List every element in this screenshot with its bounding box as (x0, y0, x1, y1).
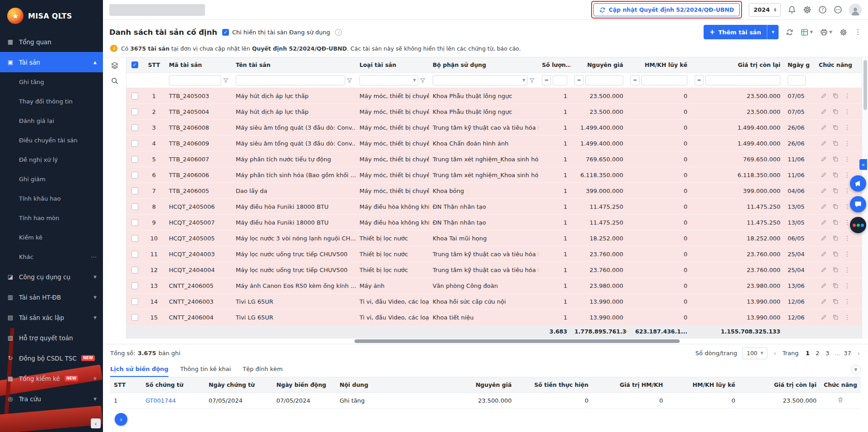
filter-input-qty[interactable] (553, 75, 567, 85)
edit-icon[interactable] (821, 282, 827, 289)
sidebar-item-overview[interactable]: ▦ Tổng quan (0, 32, 103, 52)
edit-icon[interactable] (821, 172, 827, 178)
sidebar-subitem[interactable]: Ghi giảm (0, 169, 103, 189)
sidebar-subitem[interactable]: Đánh giá lại (0, 111, 103, 131)
detail-row[interactable]: 1GT00174407/05/202407/05/2024Ghi tăng23.… (110, 393, 861, 409)
expand-panel-button[interactable]: › (115, 413, 127, 426)
row-more-icon[interactable]: ⋮ (844, 298, 850, 305)
sidebar-item-lookup[interactable]: ◎ Tra cứu ▼ (0, 389, 103, 409)
sidebar-item-tools[interactable]: ◪ Công cụ dụng cụ ▼ (0, 267, 103, 287)
show-in-use-checkbox[interactable]: ✓ Chỉ hiển thị tài sản Đang sử dụng (222, 29, 330, 36)
row-checkbox[interactable] (126, 124, 143, 131)
row-more-icon[interactable]: ⋮ (844, 93, 850, 99)
collapse-detail-button[interactable]: ▼ (851, 365, 861, 375)
filter-input-dep[interactable] (641, 75, 687, 85)
row-more-icon[interactable]: ⋮ (844, 235, 850, 241)
sidebar-item-inventory[interactable]: ▩ Tổng kiểm kê NEW ▼ (0, 368, 103, 389)
info-icon[interactable]: i (335, 29, 342, 36)
checkbox-checked-icon[interactable]: ✓ (222, 29, 229, 36)
sidebar-subitem[interactable]: Tính hao mòn (0, 208, 103, 228)
row-checkbox[interactable] (126, 108, 143, 115)
row-more-icon[interactable]: ⋮ (844, 282, 850, 289)
support-chat-button[interactable] (850, 196, 866, 212)
refresh-button[interactable] (786, 28, 793, 36)
sidebar-item-sync[interactable]: ↻ Đồng bộ CSDL TSC NEW (0, 348, 103, 368)
row-more-icon[interactable]: ⋮ (844, 124, 850, 131)
column-header-actions[interactable]: Chức năng (809, 61, 862, 68)
sidebar-subitem[interactable]: Ghi tăng (0, 72, 103, 92)
sidebar-collapse-button[interactable]: ‹ (91, 418, 101, 428)
row-more-icon[interactable]: ⋮ (844, 156, 850, 162)
row-checkbox[interactable] (126, 251, 143, 258)
table-horizontal-scrollbar[interactable] (103, 338, 868, 344)
filter-input-remain[interactable] (705, 75, 780, 85)
sidebar-item-assets[interactable]: ▣ Tài sản ▲ (0, 52, 103, 72)
edit-icon[interactable] (821, 267, 827, 273)
detail-column-header-amount[interactable]: Số tiền thực hiện (515, 381, 592, 388)
detail-column-header-stt[interactable]: STT (110, 381, 142, 388)
filter-funnel-icon[interactable] (529, 78, 535, 83)
duplicate-icon[interactable] (832, 298, 839, 305)
table-row[interactable]: 5TTB_2406007Máy phân tích nước tiểu tự đ… (126, 151, 862, 167)
row-checkbox[interactable] (126, 140, 143, 147)
column-header-remain[interactable]: Giá trị còn lại (691, 61, 784, 68)
filter-operator-dep[interactable]: = (630, 75, 639, 85)
table-row[interactable]: 8HCQT_2405006Máy điều hòa Funiki 18000 B… (126, 199, 862, 215)
edit-icon[interactable] (821, 124, 827, 131)
settings-icon[interactable] (803, 5, 812, 14)
filter-input-code[interactable] (169, 75, 221, 85)
edit-icon[interactable] (821, 156, 827, 162)
table-row[interactable]: 4TTB_2406009Máy siêu âm tổng quát (3 đầu… (126, 136, 862, 151)
year-select[interactable]: 2024 ▲▼ (749, 3, 781, 17)
filter-funnel-icon[interactable] (420, 78, 425, 83)
filter-select-type[interactable]: ▼ (359, 75, 418, 85)
document-link[interactable]: GT001744 (145, 397, 176, 404)
row-checkbox[interactable] (126, 172, 143, 178)
detail-column-header-dep_accum[interactable]: HM/KH lũy kế (667, 381, 739, 388)
edit-icon[interactable] (821, 93, 827, 99)
notifications-icon[interactable] (788, 5, 796, 14)
column-header-dept[interactable]: Bộ phận sử dụng (429, 61, 538, 68)
duplicate-icon[interactable] (832, 219, 839, 225)
duplicate-icon[interactable] (832, 251, 839, 257)
detail-column-header-content[interactable]: Nội dung (336, 381, 443, 388)
column-header-date[interactable]: Ngày g... (784, 61, 809, 68)
table-row[interactable]: 15CNTT_2406004Tivi LG 65URTi vi, đầu Vid… (126, 310, 862, 325)
side-panel-toggle-button[interactable]: « (859, 159, 867, 170)
search-icon[interactable] (111, 77, 119, 85)
filter-input-date[interactable] (788, 75, 806, 85)
sidebar-item-establish[interactable]: ▤ Tài sản xác lập ▼ (0, 307, 103, 328)
edit-icon[interactable] (821, 298, 827, 305)
export-excel-button[interactable]: ▼ (801, 28, 813, 36)
row-more-icon[interactable]: ⋮ (844, 219, 850, 225)
sidebar-subitem[interactable]: Kiểm kê (0, 228, 103, 247)
row-more-icon[interactable]: ⋮ (844, 140, 850, 146)
filter-funnel-icon[interactable] (347, 78, 352, 83)
table-row[interactable]: 6TTB_2406006Máy phân tích sinh hóa (Bao … (126, 167, 862, 183)
rows-per-page-select[interactable]: 100▼ (742, 347, 767, 359)
duplicate-icon[interactable] (832, 282, 839, 289)
add-asset-dropdown-button[interactable]: ▼ (767, 25, 779, 39)
duplicate-icon[interactable] (832, 93, 839, 99)
announcement-button[interactable] (850, 175, 866, 192)
table-row[interactable]: 11HCQT_2404003Máy lọc nước uống trực tiế… (126, 246, 862, 262)
edit-icon[interactable] (821, 108, 827, 115)
table-row[interactable]: 3TTB_2406008Máy siêu âm tổng quát (3 đầu… (126, 120, 862, 136)
duplicate-icon[interactable] (832, 140, 839, 146)
detail-column-header-change_date[interactable]: Ngày biến động (273, 381, 336, 388)
duplicate-icon[interactable] (832, 108, 839, 115)
detail-column-header-actions[interactable]: Chức năng (820, 381, 861, 388)
table-row[interactable]: 10HCQT_2405005Máy lọc nước 3 vòi nóng lạ… (126, 230, 862, 246)
sidebar-item-infra[interactable]: ▥ Tài sản HT-ĐB ▼ (0, 287, 103, 307)
filter-input-name[interactable] (236, 75, 345, 85)
duplicate-icon[interactable] (832, 235, 839, 241)
edit-icon[interactable] (821, 314, 827, 320)
table-row[interactable]: 7TTB_2406005Dao lấy daMáy móc, thiết bị … (126, 183, 862, 199)
detail-column-header-cost[interactable]: Nguyên giá (443, 381, 515, 388)
sidebar-subitem[interactable]: Khác ⋯ (0, 247, 103, 267)
duplicate-icon[interactable] (832, 172, 839, 178)
table-row[interactable]: 2TTB_2405004Máy hút dịch áp lực thấpMáy … (126, 104, 862, 120)
row-more-icon[interactable]: ⋮ (844, 108, 850, 115)
row-checkbox[interactable] (126, 298, 143, 305)
row-more-icon[interactable]: ⋮ (844, 172, 850, 178)
